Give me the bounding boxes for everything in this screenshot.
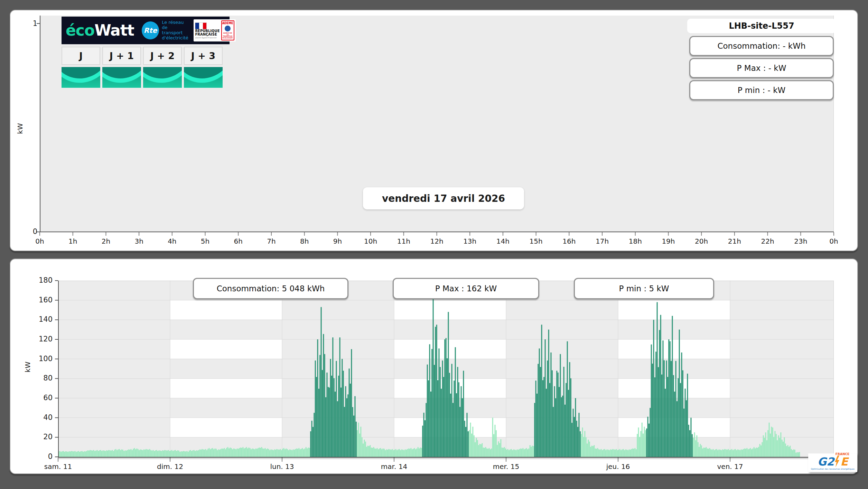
ecowatt-signal-green-tile bbox=[62, 67, 100, 88]
bar bbox=[280, 449, 281, 457]
bar bbox=[274, 449, 275, 457]
bar bbox=[342, 359, 343, 457]
bar bbox=[148, 450, 149, 457]
bar bbox=[784, 437, 785, 457]
bar bbox=[605, 450, 606, 457]
bar bbox=[241, 448, 242, 457]
bar bbox=[225, 449, 226, 457]
bar bbox=[499, 443, 500, 457]
bar bbox=[125, 450, 126, 457]
bar bbox=[207, 449, 208, 457]
bar bbox=[457, 367, 458, 457]
x-tick-label: 3h bbox=[125, 237, 153, 245]
bar bbox=[594, 445, 595, 457]
bar bbox=[278, 449, 279, 457]
bar bbox=[574, 417, 575, 457]
bar bbox=[748, 449, 749, 457]
bar bbox=[195, 451, 196, 457]
bar bbox=[620, 450, 622, 457]
bar bbox=[256, 449, 258, 457]
bar bbox=[704, 448, 706, 457]
bar bbox=[381, 449, 382, 457]
bar bbox=[434, 365, 435, 457]
bar bbox=[569, 362, 570, 457]
bar bbox=[99, 450, 100, 457]
bar bbox=[374, 449, 375, 457]
bar bbox=[98, 451, 99, 457]
bar bbox=[614, 449, 615, 457]
bar bbox=[682, 370, 683, 457]
republique-francaise-logo: RÉPUBLIQUE FRANÇAISE Liberté Égalité Fra… bbox=[194, 19, 235, 41]
bar bbox=[462, 398, 463, 457]
bar bbox=[783, 442, 784, 457]
bar bbox=[240, 448, 241, 457]
bar bbox=[567, 341, 568, 457]
bar bbox=[610, 449, 611, 457]
bar bbox=[367, 446, 368, 457]
bar bbox=[767, 430, 768, 457]
bar bbox=[727, 450, 728, 457]
bar bbox=[657, 302, 658, 457]
bar bbox=[266, 449, 267, 457]
history-chart-plot[interactable] bbox=[58, 281, 834, 458]
bar bbox=[163, 451, 164, 457]
ademe-subtitle: AGENCE DE LA TRANSITION ÉCOLOGIQUE bbox=[222, 32, 233, 39]
bar bbox=[580, 431, 581, 457]
consumption-badge: Consommation: 5 048 kWh bbox=[193, 278, 348, 299]
bar bbox=[640, 431, 641, 457]
bar bbox=[623, 449, 624, 457]
bar bbox=[408, 449, 409, 457]
bar bbox=[129, 450, 130, 457]
bar bbox=[268, 449, 269, 457]
day-button-j3[interactable]: J + 3 bbox=[184, 47, 223, 65]
y-tick-label: 100 bbox=[28, 355, 53, 363]
bar bbox=[534, 403, 535, 457]
x-tick-label: 0h bbox=[26, 237, 54, 245]
x-tick-label: 20h bbox=[688, 237, 715, 245]
bar bbox=[746, 448, 747, 457]
bar bbox=[629, 449, 630, 457]
day-button-j1[interactable]: J + 1 bbox=[102, 47, 141, 65]
bar bbox=[108, 450, 109, 457]
bar bbox=[713, 449, 714, 457]
bar bbox=[200, 450, 202, 457]
y-tick-label: 120 bbox=[28, 335, 53, 343]
bar bbox=[420, 448, 421, 457]
bar bbox=[282, 449, 283, 457]
bar bbox=[782, 440, 783, 457]
bar bbox=[666, 360, 667, 457]
history-panel: 020406080100120140160180 kW sam. 11dim. … bbox=[10, 258, 858, 474]
bar bbox=[373, 447, 374, 457]
bar bbox=[239, 448, 240, 457]
bar bbox=[379, 449, 380, 457]
bar bbox=[338, 376, 339, 457]
bar bbox=[571, 423, 572, 457]
bar bbox=[749, 449, 750, 457]
bar bbox=[422, 426, 423, 457]
day-selector-buttons: JJ + 1J + 2J + 3 bbox=[62, 47, 223, 65]
bar bbox=[227, 447, 228, 457]
bar bbox=[141, 450, 142, 457]
bar bbox=[352, 407, 353, 457]
bar bbox=[318, 389, 319, 457]
bar bbox=[433, 298, 434, 457]
x-tick-label: 22h bbox=[754, 237, 782, 245]
bar bbox=[372, 448, 373, 457]
bar bbox=[634, 448, 635, 457]
day-button-j[interactable]: J bbox=[62, 47, 100, 65]
bar bbox=[329, 388, 330, 457]
x-tick-label: 6h bbox=[224, 237, 252, 245]
bar bbox=[395, 449, 396, 457]
bar bbox=[647, 417, 648, 457]
bar bbox=[118, 449, 119, 457]
bar bbox=[426, 403, 427, 457]
bar bbox=[93, 450, 94, 457]
bar bbox=[65, 451, 66, 457]
bar bbox=[119, 449, 120, 457]
day-button-j2[interactable]: J + 2 bbox=[143, 47, 182, 65]
bar bbox=[645, 430, 646, 457]
bar bbox=[146, 449, 147, 457]
x-tick-label: mar. 14 bbox=[370, 462, 418, 471]
y-tick-label: 20 bbox=[28, 433, 53, 441]
bar bbox=[539, 348, 540, 457]
